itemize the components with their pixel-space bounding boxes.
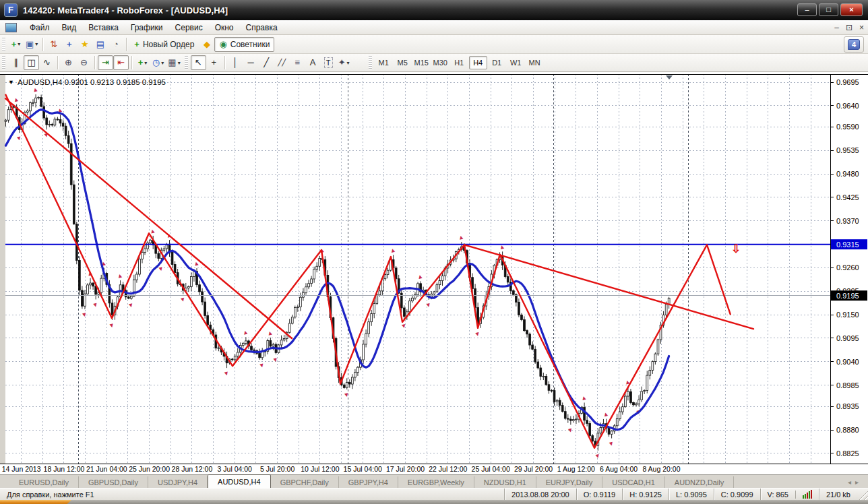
indicators-button[interactable]: + ▾ bbox=[135, 55, 150, 70]
svg-text:0.9370: 0.9370 bbox=[836, 217, 859, 225]
periods-button[interactable]: ◷ ▾ bbox=[150, 55, 166, 70]
bar-chart-button[interactable]: ∥ bbox=[8, 55, 24, 70]
title-bar[interactable]: F 142420: MetaTrader4 - RoboForex - [AUD… bbox=[0, 0, 868, 20]
crosshair-button[interactable]: + bbox=[206, 55, 222, 70]
chart-tab-audnzd-daily[interactable]: AUDNZD,Daily bbox=[665, 476, 734, 488]
chevron-down-icon: ▾ bbox=[18, 41, 20, 47]
line-chart-button[interactable]: ∿ bbox=[39, 55, 55, 70]
strategy-tester-button[interactable]: ◔ bbox=[108, 37, 123, 52]
child-minimize-icon[interactable]: – bbox=[834, 23, 839, 32]
menu-item-вставка[interactable]: Вставка bbox=[82, 22, 125, 34]
tab-scroll-right-icon[interactable]: ▸ bbox=[855, 478, 863, 486]
svg-text:10 Jul 12:00: 10 Jul 12:00 bbox=[301, 465, 339, 473]
timeframe-button-d1[interactable]: D1 bbox=[488, 56, 506, 69]
zoom-out-button[interactable]: ⊖ bbox=[76, 55, 92, 70]
taskbar-edge bbox=[0, 500, 868, 504]
market-watch-icon: ⇅ bbox=[50, 40, 57, 49]
horizontal-line-button[interactable]: ─ bbox=[243, 55, 259, 70]
menu-item-справка[interactable]: Справка bbox=[240, 22, 284, 34]
market-watch-button[interactable]: ⇅ bbox=[46, 37, 61, 52]
svg-text:0.9150: 0.9150 bbox=[836, 311, 859, 319]
profiles-button[interactable]: ▣ ▾ bbox=[24, 37, 40, 52]
chart-tab-gbpjpy-h4[interactable]: GBPJPY,H4 bbox=[339, 476, 398, 488]
new-order-label: Новый Ордер bbox=[143, 40, 194, 49]
fibonacci-button[interactable]: ≡ bbox=[290, 55, 305, 70]
text-label-button[interactable]: T bbox=[321, 55, 336, 70]
timeframe-button-m30[interactable]: M30 bbox=[431, 56, 450, 69]
terminal-button[interactable]: ▤ bbox=[92, 37, 108, 52]
svg-text:0.8880: 0.8880 bbox=[836, 426, 859, 434]
metaeditor-button[interactable]: ◆ bbox=[199, 37, 214, 52]
toolbar-grip[interactable] bbox=[2, 38, 5, 51]
data-window-button[interactable]: + bbox=[61, 37, 77, 52]
close-button[interactable]: × bbox=[840, 3, 863, 16]
chart-tab-eurgbp-weekly[interactable]: EURGBP,Weekly bbox=[398, 476, 474, 488]
svg-text:0.9535: 0.9535 bbox=[836, 146, 859, 154]
chevron-down-icon: ▾ bbox=[161, 60, 164, 66]
svg-text:15 Jul 04:00: 15 Jul 04:00 bbox=[344, 465, 382, 473]
channel-icon: ╱╱ bbox=[278, 58, 286, 67]
timeframe-button-m5[interactable]: M5 bbox=[394, 56, 412, 69]
candlestick-chart-button[interactable]: ◫ bbox=[24, 55, 39, 70]
timeframe-button-h1[interactable]: H1 bbox=[450, 56, 468, 69]
timeframe-button-m1[interactable]: M1 bbox=[375, 56, 393, 69]
child-restore-icon[interactable]: ⊡ bbox=[846, 23, 852, 32]
menu-item-файл[interactable]: Файл bbox=[24, 22, 56, 34]
window-title: 142420: MetaTrader4 - RoboForex - [AUDUS… bbox=[23, 5, 228, 15]
minimize-button[interactable]: – bbox=[797, 3, 817, 16]
expert-advisors-button[interactable]: ◉ Советники bbox=[214, 37, 274, 52]
svg-text:0.8985: 0.8985 bbox=[836, 381, 859, 389]
tab-scroll-left-icon[interactable]: ◂ bbox=[848, 478, 855, 486]
chart-tab-usdcad-h1[interactable]: USDCAD,H1 bbox=[602, 476, 665, 488]
cursor-icon: ↖ bbox=[195, 58, 202, 67]
trendline-button[interactable]: ╱ bbox=[259, 55, 274, 70]
restore-button[interactable]: □ bbox=[819, 3, 838, 16]
arrows-icon: ✦ bbox=[338, 58, 346, 67]
templates-icon: ▦ bbox=[168, 58, 176, 67]
notifications-button[interactable]: 4 bbox=[844, 36, 864, 53]
new-chart-button[interactable]: + ▾ bbox=[8, 37, 24, 52]
menu-item-вид[interactable]: Вид bbox=[56, 22, 83, 34]
autoscroll-button[interactable]: ⇥ bbox=[98, 55, 113, 70]
toolbar-grip[interactable] bbox=[2, 56, 5, 69]
chart-plot[interactable]: ▲▼▲▼▲▼▲▼▲▼▲▼▲▼▲▼▲▼▲▼▲▼▲▼▲▼▲▼▲▼▲▼▲▼▲▼▲▼⇩0… bbox=[0, 72, 868, 474]
navigator-button[interactable]: ★ bbox=[77, 37, 92, 52]
menu-item-окно[interactable]: Окно bbox=[209, 22, 240, 34]
text-button[interactable]: A bbox=[305, 55, 321, 70]
chart-tab-gbpchf-daily[interactable]: GBPCHF,Daily bbox=[271, 476, 339, 488]
svg-text:0.8935: 0.8935 bbox=[836, 402, 859, 410]
chart-tab-gbpusd-daily[interactable]: GBPUSD,Daily bbox=[79, 476, 148, 488]
svg-text:0.9640: 0.9640 bbox=[836, 102, 859, 110]
timeframe-button-m15[interactable]: M15 bbox=[412, 56, 431, 69]
chart-tab-usdjpy-h4[interactable]: USDJPY,H4 bbox=[148, 476, 208, 488]
svg-text:AUDUSD,H4 0.9201 0.9213 0.918: AUDUSD,H4 0.9201 0.9213 0.9185 0.9195 bbox=[18, 78, 166, 86]
trendline-icon: ╱ bbox=[264, 58, 269, 67]
chart-tab-eurjpy-daily[interactable]: EURJPY,Daily bbox=[536, 476, 603, 488]
timeframe-button-h4[interactable]: H4 bbox=[469, 56, 487, 69]
timeframe-button-mn[interactable]: MN bbox=[526, 56, 544, 69]
chart-tab-audusd-h4[interactable]: AUDUSD,H4 bbox=[208, 474, 271, 488]
zoom-in-button[interactable]: ⊕ bbox=[61, 55, 76, 70]
templates-button[interactable]: ▦ ▾ bbox=[166, 55, 182, 70]
svg-text:28 Jun 12:00: 28 Jun 12:00 bbox=[172, 465, 213, 473]
mt4-window: F 142420: MetaTrader4 - RoboForex - [AUD… bbox=[0, 0, 868, 504]
toolbar-grip[interactable] bbox=[185, 56, 188, 69]
timeframe-button-w1[interactable]: W1 bbox=[507, 56, 525, 69]
menu-item-сервис[interactable]: Сервис bbox=[169, 22, 209, 34]
status-help-text: Для справки, нажмите F1 bbox=[0, 489, 504, 500]
line-chart-icon: ∿ bbox=[43, 58, 51, 67]
arrows-button[interactable]: ✦ ▾ bbox=[336, 55, 352, 70]
chart-tab-eurusd-daily[interactable]: EURUSD,Daily bbox=[9, 476, 79, 488]
channel-button[interactable]: ╱╱ bbox=[274, 55, 290, 70]
svg-text:25 Jun 20:00: 25 Jun 20:00 bbox=[129, 465, 170, 473]
menu-item-графики[interactable]: Графики bbox=[125, 22, 169, 34]
chart-tab-nzdusd-h1[interactable]: NZDUSD,H1 bbox=[474, 476, 536, 488]
resize-grip[interactable] bbox=[857, 489, 868, 500]
cursor-button[interactable]: ↖ bbox=[191, 55, 206, 70]
vertical-line-button[interactable]: │ bbox=[228, 55, 243, 70]
chart-shift-button[interactable]: ⇤ bbox=[113, 55, 129, 70]
new-order-button[interactable]: + Новый Ордер bbox=[129, 37, 199, 52]
text-label-icon: T bbox=[324, 57, 333, 68]
child-close-icon[interactable]: × bbox=[859, 23, 864, 32]
toolbar-grip[interactable] bbox=[369, 56, 372, 69]
